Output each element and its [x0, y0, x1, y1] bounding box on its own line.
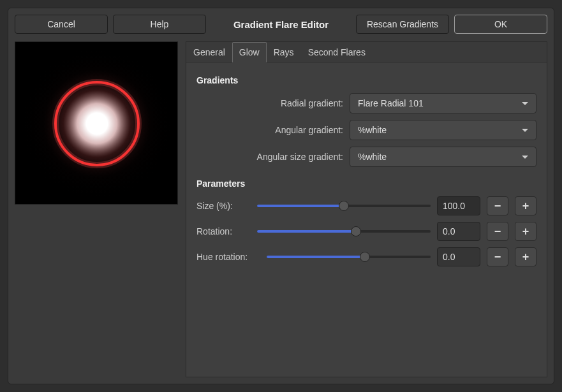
minus-icon: −: [494, 200, 501, 212]
size-input[interactable]: 100.0: [437, 196, 480, 215]
angular-size-gradient-label: Angular size gradient:: [196, 152, 343, 162]
angular-gradient-label: Angular gradient:: [196, 125, 343, 135]
angular-size-gradient-select[interactable]: %white: [350, 147, 536, 167]
tab-bar: General Glow Rays Second Flares: [186, 42, 547, 62]
tab-rays[interactable]: Rays: [267, 42, 301, 62]
rotation-decrement-button[interactable]: −: [487, 222, 508, 241]
rotation-label: Rotation:: [196, 226, 251, 236]
size-label: Size (%):: [196, 201, 251, 211]
chevron-down-icon: [522, 156, 528, 159]
minus-icon: −: [494, 251, 501, 263]
dialog-title: Gradient Flare Editor: [211, 19, 351, 30]
cancel-button[interactable]: Cancel: [15, 15, 108, 34]
radial-gradient-select[interactable]: Flare Radial 101: [350, 93, 536, 113]
gradients-heading: Gradients: [196, 75, 536, 85]
size-increment-button[interactable]: +: [515, 196, 536, 215]
tab-glow[interactable]: Glow: [232, 42, 267, 62]
radial-gradient-label: Radial gradient:: [196, 98, 343, 108]
hue-increment-button[interactable]: +: [515, 247, 536, 266]
parameters-heading: Parameters: [196, 178, 536, 189]
hue-rotation-slider[interactable]: [267, 250, 431, 263]
flare-preview: [15, 41, 178, 205]
rotation-input[interactable]: 0.0: [437, 222, 480, 241]
rotation-slider[interactable]: [257, 225, 431, 238]
hue-rotation-label: Hue rotation:: [196, 252, 260, 262]
hue-decrement-button[interactable]: −: [487, 247, 508, 266]
minus-icon: −: [494, 226, 501, 237]
plus-icon: +: [522, 251, 529, 263]
size-slider[interactable]: [257, 200, 431, 212]
svg-point-1: [20, 47, 174, 200]
chevron-down-icon: [522, 129, 528, 132]
help-button[interactable]: Help: [113, 15, 206, 34]
size-decrement-button[interactable]: −: [487, 196, 508, 215]
tab-general[interactable]: General: [186, 42, 232, 62]
chevron-down-icon: [522, 102, 528, 105]
tab-second-flares[interactable]: Second Flares: [301, 42, 373, 62]
hue-rotation-input[interactable]: 0.0: [437, 247, 480, 266]
dialog-toolbar: Cancel Help Gradient Flare Editor Rescan…: [15, 15, 547, 34]
rotation-increment-button[interactable]: +: [515, 222, 536, 241]
plus-icon: +: [522, 226, 529, 237]
plus-icon: +: [522, 200, 529, 212]
ok-button[interactable]: OK: [454, 15, 547, 34]
rescan-gradients-button[interactable]: Rescan Gradients: [356, 15, 449, 34]
angular-gradient-select[interactable]: %white: [350, 120, 536, 140]
